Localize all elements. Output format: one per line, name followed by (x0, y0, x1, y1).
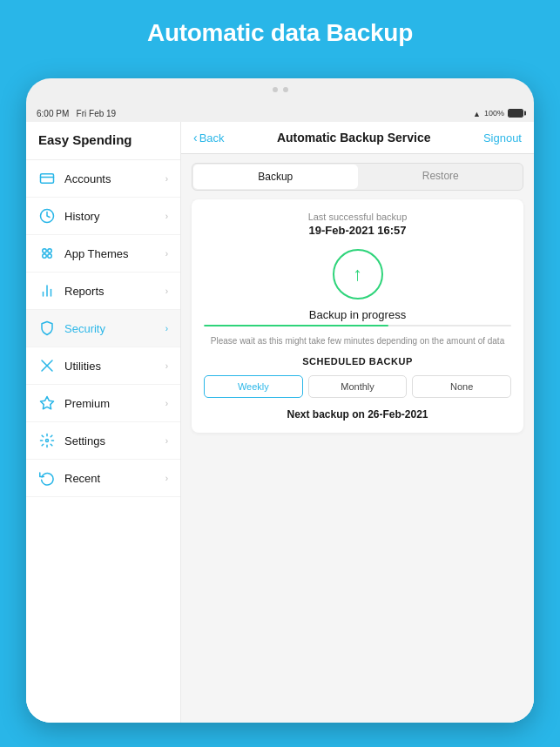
chevron-icon: › (165, 324, 168, 333)
svg-rect-0 (41, 174, 54, 184)
svg-marker-12 (41, 397, 54, 409)
chevron-icon: › (165, 474, 168, 483)
recent-icon (38, 469, 56, 487)
back-arrow-icon: ‹ (193, 131, 198, 145)
sidebar-item-label: Premium (64, 397, 165, 410)
sidebar-item-utilities[interactable]: Utilities › (26, 347, 180, 385)
schedule-btn-monthly[interactable]: Monthly (308, 375, 408, 398)
sidebar-item-label: Recent (64, 472, 165, 485)
security-icon (38, 320, 56, 337)
chevron-icon: › (165, 212, 168, 221)
history-icon (38, 207, 56, 225)
accounts-icon (38, 170, 56, 187)
signout-button[interactable]: Signout (483, 131, 522, 145)
sidebar-item-reports[interactable]: Reports › (26, 273, 180, 310)
nav-title: Automatic Backup Service (277, 131, 431, 145)
sidebar-item-label: Accounts (64, 172, 165, 185)
themes-icon (38, 245, 56, 262)
sidebar-item-premium[interactable]: Premium › (26, 385, 180, 422)
svg-point-13 (46, 440, 49, 442)
backup-progress-label: Backup in progress (204, 308, 511, 321)
battery-fill (509, 110, 523, 117)
schedule-buttons: Weekly Monthly None (204, 375, 511, 398)
status-right: 100% (473, 109, 523, 118)
svg-point-6 (48, 254, 52, 259)
sidebar-item-app-themes[interactable]: App Themes › (26, 235, 180, 273)
tab-restore[interactable]: Restore (359, 164, 523, 190)
last-backup-label: Last successful backup (204, 212, 511, 222)
reports-icon (38, 282, 56, 299)
sidebar-item-history[interactable]: History › (26, 198, 180, 235)
settings-icon (38, 432, 56, 449)
sidebar-item-recent[interactable]: Recent › (26, 460, 180, 497)
tablet-device: 6:00 PM Fri Feb 19 100% Easy Spending (26, 78, 534, 723)
battery-text: 100% (484, 109, 504, 118)
backup-wait-text: Please wait as this might take few minut… (204, 335, 511, 347)
time-text: 6:00 PM (37, 109, 69, 118)
back-button[interactable]: ‹ Back (193, 131, 225, 145)
status-bar: 6:00 PM Fri Feb 19 100% (26, 104, 534, 122)
utilities-icon (38, 357, 56, 374)
chevron-icon: › (165, 174, 168, 184)
chevron-icon: › (165, 286, 168, 296)
tab-bar: Backup Restore (192, 163, 523, 191)
chevron-icon: › (165, 249, 168, 259)
tablet-indicator-dots (273, 87, 288, 92)
progress-bar (204, 325, 511, 326)
top-nav: ‹ Back Automatic Backup Service Signout (181, 122, 534, 154)
tab-backup[interactable]: Backup (193, 165, 358, 189)
dot-1 (273, 87, 278, 92)
next-backup-text: Next backup on 26-Feb-2021 (204, 408, 511, 421)
svg-point-5 (43, 254, 47, 259)
date-text: Fri Feb 19 (77, 109, 117, 118)
sidebar-item-label: Settings (64, 434, 165, 448)
sidebar-item-label: History (64, 210, 165, 223)
sidebar-item-accounts[interactable]: Accounts › (26, 160, 180, 198)
last-backup-date: 19-Feb-2021 16:57 (204, 224, 511, 237)
back-label: Back (199, 131, 225, 145)
status-time: 6:00 PM Fri Feb 19 (37, 109, 116, 118)
sidebar-item-label: Reports (64, 285, 165, 298)
wifi-icon (473, 109, 481, 118)
backup-card: Last successful backup 19-Feb-2021 16:57… (192, 199, 523, 433)
chevron-icon: › (165, 436, 168, 446)
svg-point-4 (48, 249, 52, 253)
sidebar-app-title: Easy Spending (26, 122, 180, 160)
premium-icon (38, 394, 56, 412)
battery-icon (508, 109, 523, 118)
progress-bar-fill (204, 325, 388, 326)
sidebar-item-security[interactable]: Security › (26, 310, 180, 347)
upload-arrow-icon: ↑ (353, 265, 362, 284)
page-title: Automatic data Backup (0, 0, 560, 63)
app-content: Easy Spending Accounts › (26, 122, 534, 723)
schedule-btn-none[interactable]: None (412, 375, 511, 398)
sidebar-item-settings[interactable]: Settings › (26, 422, 180, 460)
schedule-btn-weekly[interactable]: Weekly (204, 375, 303, 398)
sidebar-item-label: Utilities (64, 360, 165, 373)
sidebar: Easy Spending Accounts › (26, 122, 181, 723)
main-panel: ‹ Back Automatic Backup Service Signout … (181, 122, 534, 723)
scheduled-backup-title: SCHEDULED BACKUP (204, 356, 511, 367)
chevron-icon: › (165, 399, 168, 408)
sidebar-item-label: Security (64, 322, 165, 335)
svg-point-3 (43, 249, 47, 253)
sidebar-item-label: App Themes (64, 247, 165, 260)
upload-circle: ↑ (333, 249, 383, 299)
dot-2 (283, 87, 288, 92)
chevron-icon: › (165, 361, 168, 371)
